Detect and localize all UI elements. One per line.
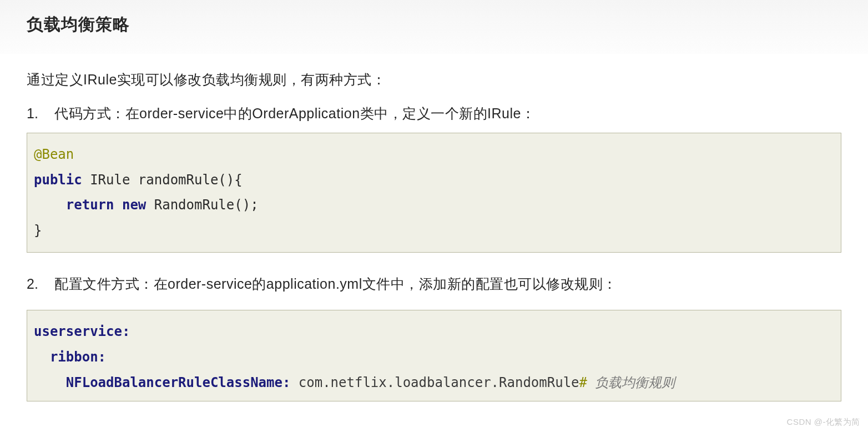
list-number: 1. xyxy=(27,106,54,122)
code-block-yaml: userservice: ribbon: NFLoadBalancerRuleC… xyxy=(27,310,841,401)
list-item-1: 1. 代码方式：在order-service中的OrderApplication… xyxy=(27,104,841,123)
code-annotation: @Bean xyxy=(34,147,74,162)
list-number: 2. xyxy=(27,276,54,292)
header-region: 负载均衡策略 xyxy=(0,0,868,54)
code-constructor: RandomRule(); xyxy=(146,197,258,213)
code-block-java: @Bean public IRule randomRule(){ return … xyxy=(27,133,841,253)
yaml-key-1: userservice: xyxy=(34,324,130,339)
yaml-comment: 负载均衡规则 xyxy=(587,375,675,390)
code-keyword-return: return xyxy=(66,197,114,213)
watermark: CSDN @-化繁为简 xyxy=(787,417,860,428)
yaml-value: com.netflix.loadbalancer.RandomRule xyxy=(290,375,579,390)
yaml-hash: # xyxy=(579,375,587,390)
list-text: 代码方式：在order-service中的OrderApplication类中，… xyxy=(54,104,535,123)
code-keyword-public: public xyxy=(34,172,82,188)
yaml-key-2: ribbon: xyxy=(50,349,106,365)
content-region: 通过定义IRule实现可以修改负载均衡规则，有两种方式： 1. 代码方式：在or… xyxy=(0,54,868,401)
code-signature: IRule randomRule(){ xyxy=(82,172,243,188)
code-keyword-new: new xyxy=(122,197,146,213)
list-item-2: 2. 配置文件方式：在order-service的application.yml… xyxy=(27,275,841,293)
yaml-key-3: NFLoadBalancerRuleClassName: xyxy=(66,375,291,390)
intro-text: 通过定义IRule实现可以修改负载均衡规则，有两种方式： xyxy=(27,71,841,89)
list-text: 配置文件方式：在order-service的application.yml文件中… xyxy=(54,275,617,293)
page-title: 负载均衡策略 xyxy=(27,13,841,36)
code-close-brace: } xyxy=(34,223,42,238)
